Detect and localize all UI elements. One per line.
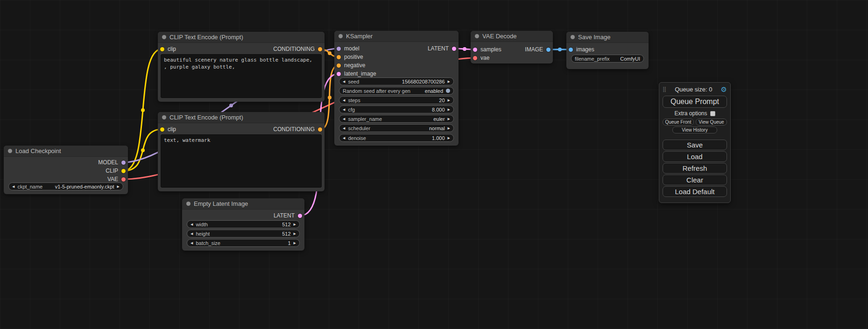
widget-cfg[interactable]: ◀ cfg 8.000 ▶ (339, 105, 454, 113)
node-title-bar[interactable]: VAE Decode (471, 31, 553, 42)
widget-value: 512 (282, 222, 290, 227)
node-title: VAE Decode (482, 33, 516, 40)
load-default-button[interactable]: Load Default (663, 186, 727, 197)
collapse-dot-icon[interactable] (8, 149, 12, 153)
queue-prompt-button[interactable]: Queue Prompt (663, 96, 727, 108)
widget-ckpt-name[interactable]: ◀ ckpt_name v1-5-pruned-emaonly.ckpt ▶ (8, 182, 123, 190)
output-port-vae[interactable] (121, 177, 126, 182)
decrement-arrow-icon[interactable]: ◀ (191, 223, 193, 226)
node-title-bar[interactable]: Load Checkpoint (4, 146, 128, 157)
node-graph-canvas[interactable]: Load Checkpoint MODEL CLIP VAE ◀ ckpt_na… (0, 0, 868, 329)
output-port-latent[interactable] (452, 47, 456, 51)
load-button[interactable]: Load (663, 151, 727, 162)
increment-arrow-icon[interactable]: ▶ (448, 98, 450, 102)
node-title: CLIP Text Encode (Prompt) (169, 34, 243, 41)
input-port-vae[interactable] (473, 56, 477, 60)
increment-arrow-icon[interactable]: ▶ (448, 117, 450, 120)
prompt-textarea[interactable]: beautiful scenery nature glass bottle la… (161, 54, 322, 98)
input-port-positive[interactable] (337, 55, 341, 59)
save-button[interactable]: Save (663, 140, 727, 150)
node-title: KSampler (346, 33, 373, 40)
increment-arrow-icon[interactable]: ▶ (294, 241, 296, 245)
widget-denoise[interactable]: ◀ denoise 1.000 ▶ (339, 134, 454, 142)
view-queue-button[interactable]: View Queue (696, 119, 727, 126)
increment-arrow-icon[interactable]: ▶ (448, 108, 450, 111)
collapse-dot-icon[interactable] (571, 35, 575, 39)
decrement-arrow-icon[interactable]: ◀ (191, 241, 193, 245)
output-port-clip[interactable] (121, 169, 126, 173)
collapse-dot-icon[interactable] (475, 34, 479, 38)
widget-scheduler[interactable]: ◀ scheduler normal ▶ (339, 124, 454, 132)
port-row: LATENT (182, 211, 304, 220)
decrement-arrow-icon[interactable]: ◀ (191, 232, 193, 235)
input-port-images[interactable] (569, 48, 573, 52)
node-save-image[interactable]: Save Image images filename_prefix ComfyU… (566, 32, 649, 69)
collapse-dot-icon[interactable] (339, 34, 343, 38)
node-title-bar[interactable]: Save Image (566, 32, 649, 43)
view-history-button[interactable]: View History (672, 126, 717, 133)
input-port-latent-image[interactable] (337, 72, 341, 76)
decrement-arrow-icon[interactable]: ◀ (343, 80, 345, 83)
increment-arrow-icon[interactable]: ▶ (448, 80, 450, 83)
clear-button[interactable]: Clear (663, 175, 727, 185)
increment-arrow-icon[interactable]: ▶ (448, 126, 450, 130)
input-port-samples[interactable] (473, 48, 477, 52)
decrement-arrow-icon[interactable]: ◀ (343, 126, 345, 130)
node-clip-text-encode-positive[interactable]: CLIP Text Encode (Prompt) clip CONDITION… (158, 32, 325, 102)
toggle-indicator-icon[interactable] (446, 89, 450, 93)
collapse-dot-icon[interactable] (162, 115, 166, 119)
extra-options-checkbox[interactable] (710, 111, 715, 116)
output-port-model[interactable] (121, 161, 126, 165)
port-row: model LATENT (334, 44, 459, 53)
output-port-conditioning[interactable] (318, 127, 322, 132)
widget-filename-prefix[interactable]: filename_prefix ComfyUI (571, 55, 644, 63)
prompt-textarea[interactable]: text, watermark (161, 134, 322, 188)
input-label-images: images (576, 46, 594, 53)
increment-arrow-icon[interactable]: ▶ (294, 223, 296, 226)
widget-seed[interactable]: ◀ seed 156680208700286 ▶ (339, 77, 454, 85)
widget-height[interactable]: ◀ height 512 ▶ (187, 230, 300, 238)
drag-handle-icon[interactable]: ⣿ (663, 86, 666, 92)
widget-label: cfg (348, 107, 355, 112)
widget-steps[interactable]: ◀ steps 20 ▶ (339, 96, 454, 104)
node-title-bar[interactable]: KSampler (334, 31, 459, 42)
collapse-dot-icon[interactable] (186, 202, 191, 206)
node-title: CLIP Text Encode (Prompt) (169, 114, 243, 121)
node-clip-text-encode-negative[interactable]: CLIP Text Encode (Prompt) clip CONDITION… (158, 112, 325, 191)
queue-front-button[interactable]: Queue Front (663, 119, 694, 126)
decrement-arrow-icon[interactable]: ◀ (343, 108, 345, 111)
node-title-bar[interactable]: CLIP Text Encode (Prompt) (158, 112, 325, 123)
widget-width[interactable]: ◀ width 512 ▶ (187, 220, 300, 228)
node-empty-latent-image[interactable]: Empty Latent Image LATENT ◀ width 512 ▶ … (182, 198, 304, 251)
input-port-clip[interactable] (160, 47, 164, 51)
menu-header[interactable]: ⣿ Queue size: 0 ⚙ (663, 86, 727, 93)
increment-arrow-icon[interactable]: ▶ (294, 232, 296, 235)
input-port-negative[interactable] (337, 63, 341, 68)
output-port-image[interactable] (546, 48, 550, 52)
increment-arrow-icon[interactable]: ▶ (448, 136, 450, 140)
node-ksampler[interactable]: KSampler model LATENT positive negative (334, 31, 459, 146)
settings-gear-icon[interactable]: ⚙ (721, 86, 727, 93)
widget-sampler-name[interactable]: ◀ sampler_name euler ▶ (339, 115, 454, 123)
collapse-dot-icon[interactable] (162, 35, 166, 39)
decrement-arrow-icon[interactable]: ◀ (12, 185, 14, 188)
refresh-button[interactable]: Refresh (663, 163, 727, 174)
output-port-conditioning[interactable] (318, 47, 322, 51)
decrement-arrow-icon[interactable]: ◀ (343, 136, 345, 140)
node-title-bar[interactable]: Empty Latent Image (182, 198, 304, 210)
input-port-model[interactable] (337, 47, 341, 51)
widget-batch-size[interactable]: ◀ batch_size 1 ▶ (187, 239, 300, 247)
output-label-model: MODEL (98, 159, 118, 166)
port-row: vae (471, 54, 553, 62)
node-load-checkpoint[interactable]: Load Checkpoint MODEL CLIP VAE ◀ ckpt_na… (4, 146, 128, 194)
input-port-clip[interactable] (160, 127, 164, 132)
increment-arrow-icon[interactable]: ▶ (117, 185, 120, 188)
decrement-arrow-icon[interactable]: ◀ (343, 98, 345, 102)
output-port-latent[interactable] (298, 214, 302, 218)
widget-random-seed-toggle[interactable]: Random seed after every gen enabled (339, 87, 454, 95)
node-title-bar[interactable]: CLIP Text Encode (Prompt) (158, 32, 325, 43)
decrement-arrow-icon[interactable]: ◀ (343, 117, 345, 120)
widget-label: steps (348, 98, 360, 103)
node-vae-decode[interactable]: VAE Decode samples IMAGE vae (471, 31, 553, 63)
input-label-latent-image: latent_image (344, 70, 376, 77)
